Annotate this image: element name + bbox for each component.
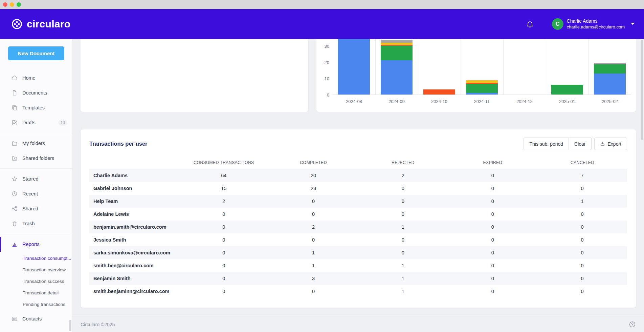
value-cell: 1 [358, 259, 448, 272]
column-header: CONSUMED TRANSACTIONS [179, 156, 269, 169]
bar-segment-red [423, 89, 455, 95]
bar-segment-blue [594, 74, 625, 95]
sidebar-scrollbar[interactable] [69, 320, 71, 331]
export-button[interactable]: Export [594, 138, 627, 150]
value-cell: 0 [269, 195, 358, 208]
bar-segment-gray [381, 40, 412, 43]
clear-button[interactable]: Clear [569, 138, 591, 150]
sidebar-item-home[interactable]: Home [0, 70, 72, 85]
sidebar-item-recent[interactable]: Recent [0, 186, 72, 201]
value-cell: 0 [179, 221, 269, 233]
star-icon [12, 176, 18, 182]
sidebar: New Document Home Documents Templates Dr… [0, 39, 72, 332]
sidebar-item-label: Shared folders [22, 155, 67, 161]
y-tick-label: 10 [325, 77, 329, 81]
user-email: charlie.adams@circularo.com [567, 24, 625, 30]
value-cell: 0 [448, 246, 537, 259]
window-zoom-button[interactable] [17, 2, 21, 7]
contacts-icon [12, 316, 18, 322]
sidebar-item-templates[interactable]: Templates [0, 100, 72, 115]
user-menu[interactable]: C Charlie Adams charlie.adams@circularo.… [552, 18, 635, 30]
reports-subnav: Transaction consumpt... Transaction over… [0, 252, 72, 311]
sidebar-item-my-folders[interactable]: My folders [0, 136, 72, 151]
help-button[interactable] [629, 321, 636, 328]
user-name-cell: smith.benjaminn@circularo.com [89, 285, 179, 298]
value-cell: 2 [358, 169, 448, 182]
sidebar-item-trash[interactable]: Trash [0, 216, 72, 231]
subitem-transaction-success[interactable]: Transaction success [0, 275, 72, 287]
sidebar-nav: Home Documents Templates Drafts 10 My fo… [0, 70, 72, 326]
value-cell: 23 [269, 182, 358, 195]
bar-segment-green [466, 84, 497, 93]
transactions-table: CONSUMED TRANSACTIONS COMPLETED REJECTED… [89, 156, 627, 298]
transactions-chart-card: 0102030 2024-082024-092024-102024-112024… [316, 39, 636, 112]
user-name-cell: Adelaine Lewis [89, 208, 179, 221]
window-minimize-button[interactable] [10, 2, 14, 7]
user-name-cell: sarka.simunkova@circularo.com [89, 246, 179, 259]
value-cell: 0 [448, 272, 537, 285]
subitem-transaction-detail[interactable]: Transaction detail [0, 287, 72, 298]
x-tick-label: 2025-02 [589, 99, 631, 104]
value-cell: 0 [358, 233, 448, 246]
question-icon [629, 321, 636, 328]
document-icon [12, 90, 18, 96]
value-cell: 0 [448, 182, 537, 195]
value-cell: 1 [358, 285, 448, 298]
value-cell: 0 [358, 195, 448, 208]
sidebar-item-drafts[interactable]: Drafts 10 [0, 115, 72, 130]
table-row: Charlie Adams 64 20 2 0 7 [89, 169, 627, 182]
sidebar-item-documents[interactable]: Documents [0, 85, 72, 100]
x-tick-label: 2024-12 [503, 99, 546, 104]
bar-segment-green [381, 46, 412, 60]
main-content: 0102030 2024-082024-092024-102024-112024… [72, 39, 644, 332]
user-name-cell: Benjamin Smith [89, 272, 179, 285]
subitem-transaction-consumption[interactable]: Transaction consumpt... [0, 252, 72, 264]
sidebar-divider [0, 168, 72, 169]
bar-stack-2025-01 [546, 85, 589, 95]
value-cell: 0 [448, 195, 537, 208]
subitem-transaction-overview[interactable]: Transaction overview [0, 264, 72, 275]
window-close-button[interactable] [3, 2, 7, 7]
subitem-pending-transactions[interactable]: Pending transactions [0, 298, 72, 310]
notifications-button[interactable] [523, 17, 537, 31]
app-header: circularo C Charlie Adams charlie.adams@… [0, 9, 644, 39]
value-cell: 0 [179, 272, 269, 285]
table-row: Gabriel Johnson 15 23 0 0 0 [89, 182, 627, 195]
sidebar-item-label: Trash [22, 221, 67, 226]
new-document-button[interactable]: New Document [8, 46, 64, 60]
sidebar-item-starred[interactable]: Starred [0, 171, 72, 186]
value-cell: 2 [179, 195, 269, 208]
column-header: EXPIRED [448, 156, 537, 169]
sidebar-item-shared-folders[interactable]: Shared folders [0, 151, 72, 166]
bar-stack-2025-02 [589, 63, 631, 95]
user-name-cell: Jessica Smith [89, 233, 179, 246]
sidebar-item-shared[interactable]: Shared [0, 201, 72, 216]
sidebar-item-reports[interactable]: Reports [0, 237, 72, 252]
window-titlebar [0, 0, 644, 9]
filter-button-group: This sub. period Clear [524, 138, 591, 150]
logo[interactable]: circularo [11, 18, 70, 30]
value-cell: 0 [448, 221, 537, 233]
sidebar-divider [0, 133, 72, 133]
trash-icon [12, 221, 18, 227]
sidebar-item-label: Documents [22, 90, 67, 96]
value-cell: 0 [269, 233, 358, 246]
value-cell: 0 [537, 208, 627, 221]
page-scrollbar[interactable] [641, 40, 643, 140]
transactions-per-user-card: Transactions per user This sub. period C… [81, 129, 636, 308]
value-cell: 0 [358, 182, 448, 195]
folder-icon [12, 140, 18, 146]
value-cell: 64 [179, 169, 269, 182]
value-cell: 0 [448, 169, 537, 182]
chart-gridline [503, 39, 504, 95]
sidebar-item-contacts[interactable]: Contacts [0, 311, 72, 326]
table-row: Adelaine Lewis 0 0 0 0 0 [89, 208, 627, 221]
value-cell: 1 [269, 246, 358, 259]
sub-period-button[interactable]: This sub. period [524, 138, 569, 150]
chart-y-axis: 0102030 [316, 39, 333, 95]
user-name-cell: benjamin.smith@circularo.com [89, 221, 179, 233]
sidebar-item-label: Shared [22, 206, 67, 211]
template-icon [12, 105, 18, 111]
table-row: Benjamin Smith 0 3 1 0 0 [89, 272, 627, 285]
shared-folder-icon [12, 155, 18, 161]
